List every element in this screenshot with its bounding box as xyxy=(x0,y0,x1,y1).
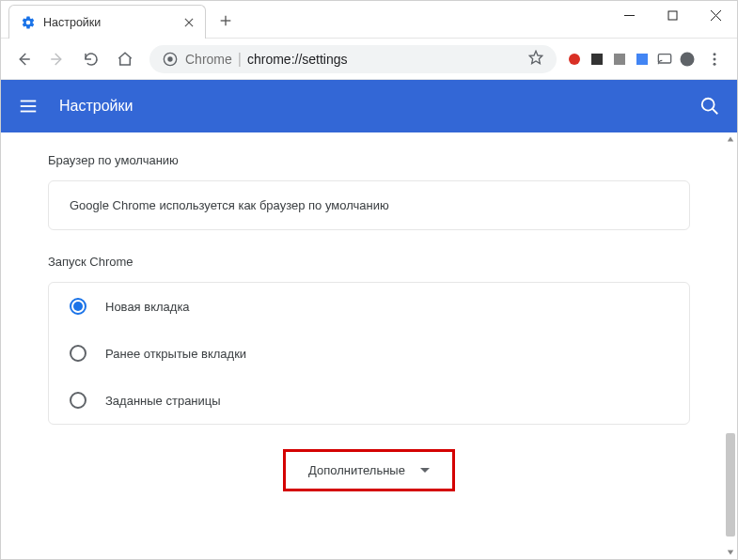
url-divider: | xyxy=(238,51,242,68)
radio-label: Ранее открытые вкладки xyxy=(105,347,246,361)
on-startup-card: Новая вкладка Ранее открытые вкладки Зад… xyxy=(48,282,690,425)
caret-down-icon xyxy=(420,468,430,473)
new-tab-button[interactable] xyxy=(212,7,240,35)
svg-marker-12 xyxy=(529,51,542,63)
extension-icon-3[interactable] xyxy=(611,51,628,68)
svg-rect-17 xyxy=(658,54,670,62)
svg-line-26 xyxy=(713,109,718,115)
titlebar: Настройки xyxy=(1,1,737,39)
svg-rect-16 xyxy=(636,54,648,65)
settings-content: Браузер по умолчанию Google Chrome испол… xyxy=(1,132,737,559)
back-button[interactable] xyxy=(8,44,39,74)
menu-icon[interactable] xyxy=(18,96,39,117)
radio-icon xyxy=(70,298,86,315)
svg-point-25 xyxy=(702,99,714,111)
search-icon[interactable] xyxy=(699,96,720,117)
settings-header: Настройки xyxy=(1,80,737,132)
forward-button[interactable] xyxy=(42,44,72,74)
gear-icon xyxy=(21,15,36,30)
bookmark-star-icon[interactable] xyxy=(528,50,543,69)
tab-title: Настройки xyxy=(43,16,182,29)
radio-label: Заданные страницы xyxy=(105,394,221,408)
extension-icon-1[interactable] xyxy=(566,51,583,68)
default-browser-label: Браузер по умолчанию xyxy=(48,153,690,167)
svg-point-21 xyxy=(714,62,716,65)
extension-icon-2[interactable] xyxy=(589,51,605,68)
svg-rect-14 xyxy=(591,54,603,65)
scrollbar[interactable] xyxy=(724,132,737,559)
reload-button[interactable] xyxy=(76,44,106,74)
svg-rect-15 xyxy=(614,54,625,65)
radio-icon xyxy=(70,392,86,409)
startup-option-specific[interactable]: Заданные страницы xyxy=(49,377,689,424)
default-browser-message: Google Chrome используется как браузер п… xyxy=(70,198,389,212)
advanced-button[interactable]: Дополнительные xyxy=(283,449,455,491)
default-browser-card: Google Chrome используется как браузер п… xyxy=(48,180,690,230)
browser-tab[interactable]: Настройки xyxy=(8,5,206,39)
svg-point-11 xyxy=(167,56,172,61)
svg-rect-5 xyxy=(668,11,677,20)
svg-point-18 xyxy=(681,52,695,66)
cast-icon[interactable] xyxy=(656,51,673,68)
scroll-down-icon[interactable] xyxy=(724,546,737,559)
svg-point-13 xyxy=(569,54,580,65)
window-close-button[interactable] xyxy=(694,1,737,29)
startup-option-new-tab[interactable]: Новая вкладка xyxy=(49,283,689,330)
window-minimize-button[interactable] xyxy=(607,1,651,29)
radio-label: Новая вкладка xyxy=(105,300,190,314)
window-maximize-button[interactable] xyxy=(651,1,694,29)
profile-avatar-icon[interactable] xyxy=(679,51,696,68)
page-title: Настройки xyxy=(59,98,699,115)
svg-point-20 xyxy=(714,57,716,60)
scroll-up-icon[interactable] xyxy=(724,132,737,146)
svg-marker-27 xyxy=(728,137,733,142)
startup-option-continue[interactable]: Ранее открытые вкладки xyxy=(49,330,689,377)
extension-icons xyxy=(566,51,696,68)
home-button[interactable] xyxy=(110,44,140,74)
svg-marker-28 xyxy=(728,551,733,555)
close-tab-icon[interactable] xyxy=(182,16,196,29)
url-prefix: Chrome xyxy=(185,52,232,67)
scroll-thumb[interactable] xyxy=(726,433,735,537)
toolbar: Chrome | chrome://settings xyxy=(1,39,737,80)
url-text: chrome://settings xyxy=(247,52,348,67)
radio-icon xyxy=(70,345,86,362)
extension-icon-4[interactable] xyxy=(634,51,651,68)
advanced-label: Дополнительные xyxy=(308,463,405,477)
on-startup-label: Запуск Chrome xyxy=(48,255,690,269)
chrome-icon xyxy=(163,52,178,67)
svg-point-19 xyxy=(714,53,716,55)
omnibox[interactable]: Chrome | chrome://settings xyxy=(149,45,557,73)
chrome-menu-button[interactable] xyxy=(699,44,730,74)
